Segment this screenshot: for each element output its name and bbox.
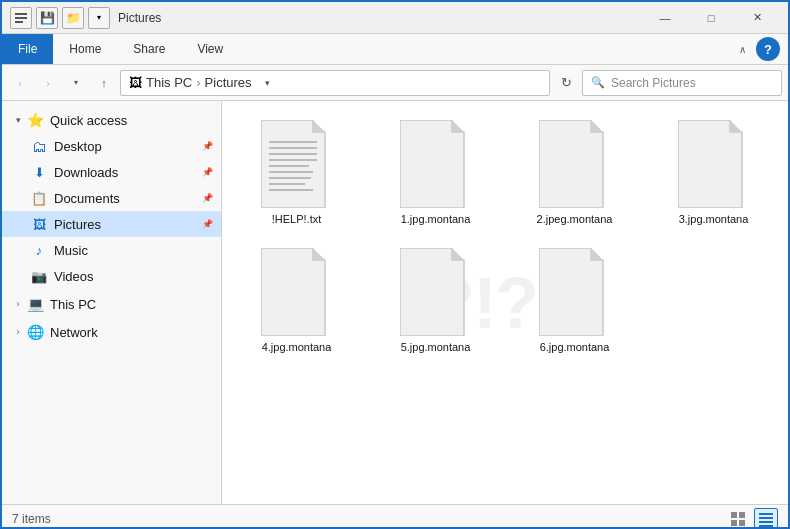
tab-share[interactable]: Share [117,34,181,64]
maximize-button[interactable]: □ [688,2,734,34]
this-pc-expand-icon: › [10,299,26,309]
ribbon-collapse-button[interactable]: ∧ [732,39,752,59]
refresh-button[interactable]: ↻ [554,71,578,95]
recent-locations-button[interactable]: ▾ [64,71,88,95]
this-pc-sidebar-icon: 💻 [26,295,44,313]
svg-marker-16 [539,120,603,208]
dropdown-toolbar-btn[interactable]: ▾ [88,7,110,29]
file-item-3[interactable]: 3.jpg.montana [649,111,778,229]
address-path[interactable]: 🖼 This PC › Pictures ▾ [120,70,550,96]
tab-view[interactable]: View [181,34,239,64]
sidebar-item-videos[interactable]: 📷 Videos [2,263,221,289]
svg-marker-20 [261,248,325,336]
svg-rect-1 [15,17,27,19]
file-svg-help-txt [261,120,333,208]
pictures-icon: 🖼 [30,215,48,233]
quick-access-label: Quick access [50,113,127,128]
path-segment-thispc: This PC [146,75,192,90]
this-pc-label: This PC [50,297,96,312]
svg-marker-21 [313,248,325,260]
file-icon-2 [535,119,615,209]
back-button[interactable]: ‹ [8,71,32,95]
file-icon-4 [257,247,337,337]
path-dropdown-button[interactable]: ▾ [258,70,278,96]
list-view-button[interactable] [726,508,750,530]
documents-label: Documents [54,191,198,206]
svg-marker-14 [400,120,464,208]
file-item-help-txt[interactable]: !HELP!.txt [232,111,361,229]
ribbon: File Home Share View ∧ ? [2,34,788,65]
help-button[interactable]: ? [756,37,780,61]
path-segment-pictures: Pictures [205,75,252,90]
search-box[interactable]: 🔍 Search Pictures [582,70,782,96]
network-header[interactable]: › 🌐 Network [2,319,221,345]
address-bar: ‹ › ▾ ↑ 🖼 This PC › Pictures ▾ ↻ 🔍 Searc… [2,65,788,101]
sidebar: ▾ ⭐ Quick access 🗂 Desktop 📌 ⬇ Downloads… [2,101,222,504]
file-svg-1 [400,120,472,208]
grid-view-button[interactable] [754,508,778,530]
svg-rect-27 [739,512,745,518]
file-name-help-txt: !HELP!.txt [272,213,322,225]
svg-marker-22 [400,248,464,336]
pictures-pin-icon: 📌 [202,219,213,229]
tab-home[interactable]: Home [53,34,117,64]
save-toolbar-btn[interactable]: 💾 [36,7,58,29]
sidebar-item-pictures[interactable]: 🖼 Pictures 📌 [2,211,221,237]
music-label: Music [54,243,213,258]
ribbon-tab-row: File Home Share View ∧ ? [2,34,788,64]
file-item-2[interactable]: 2.jpeg.montana [510,111,639,229]
file-svg-4 [261,248,333,336]
tab-file[interactable]: File [2,34,53,64]
sidebar-section-this-pc: › 💻 This PC [2,291,221,317]
quick-access-header[interactable]: ▾ ⭐ Quick access [2,107,221,133]
downloads-pin-icon: 📌 [202,167,213,177]
file-item-5[interactable]: 5.jpg.montana [371,239,500,357]
videos-icon: 📷 [30,267,48,285]
title-bar-controls-left: 💾 📁 ▾ [10,7,110,29]
forward-button[interactable]: › [36,71,60,95]
file-svg-5 [400,248,472,336]
network-label: Network [50,325,98,340]
desktop-pin-icon: 📌 [202,141,213,151]
file-svg-3 [678,120,750,208]
desktop-icon: 🗂 [30,137,48,155]
sidebar-item-documents[interactable]: 📋 Documents 📌 [2,185,221,211]
svg-rect-2 [15,21,23,23]
file-icon-1 [396,119,476,209]
file-icon-3 [674,119,754,209]
ribbon-expand-area: ∧ ? [732,37,788,61]
this-pc-header[interactable]: › 💻 This PC [2,291,221,317]
minimize-button[interactable]: — [642,2,688,34]
status-bar: 7 items [2,504,788,529]
up-button[interactable]: ↑ [92,71,116,95]
file-item-4[interactable]: 4.jpg.montana [232,239,361,357]
search-icon: 🔍 [591,76,605,89]
desktop-label: Desktop [54,139,198,154]
svg-marker-17 [591,120,603,132]
quick-access-toolbar-icon[interactable] [10,7,32,29]
sidebar-item-music[interactable]: ♪ Music [2,237,221,263]
videos-label: Videos [54,269,213,284]
downloads-label: Downloads [54,165,198,180]
quick-access-icon: ⭐ [26,111,44,129]
sidebar-item-desktop[interactable]: 🗂 Desktop 📌 [2,133,221,159]
window-title: Pictures [118,11,642,25]
file-item-1[interactable]: 1.jpg.montana [371,111,500,229]
svg-rect-30 [759,513,773,515]
folder-toolbar-btn[interactable]: 📁 [62,7,84,29]
file-icon-5 [396,247,476,337]
file-icon-help-txt [257,119,337,209]
sidebar-item-downloads[interactable]: ⬇ Downloads 📌 [2,159,221,185]
music-icon: ♪ [30,241,48,259]
file-icon-6 [535,247,615,337]
file-item-6[interactable]: 6.jpg.montana [510,239,639,357]
documents-icon: 📋 [30,189,48,207]
view-controls [726,508,778,530]
file-area: !?!?!? [222,101,788,504]
svg-marker-23 [452,248,464,260]
close-button[interactable]: ✕ [734,2,780,34]
network-sidebar-icon: 🌐 [26,323,44,341]
file-name-5: 5.jpg.montana [401,341,471,353]
svg-marker-3 [261,120,325,208]
svg-rect-28 [731,520,737,526]
